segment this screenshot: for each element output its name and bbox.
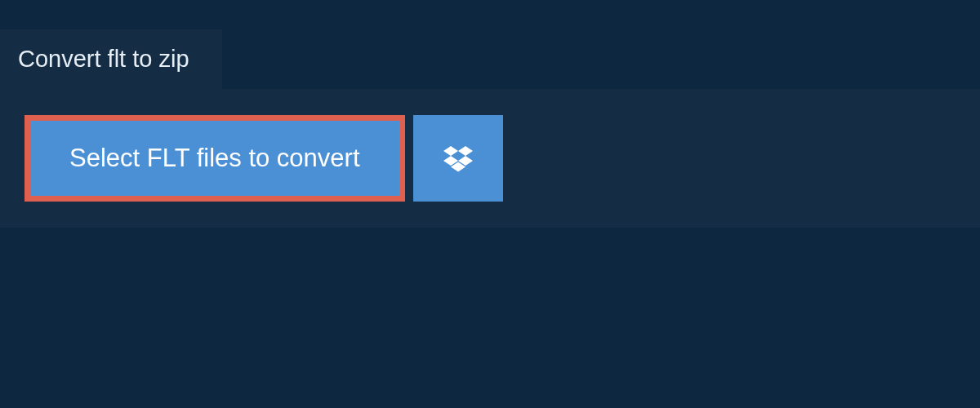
dropbox-button[interactable] <box>413 115 503 202</box>
button-row: Select FLT files to convert <box>24 115 956 202</box>
conversion-panel: Select FLT files to convert <box>0 89 980 228</box>
select-files-label: Select FLT files to convert <box>69 144 360 173</box>
tab-label: Convert flt to zip <box>18 46 189 72</box>
tab-convert[interactable]: Convert flt to zip <box>0 29 222 89</box>
select-files-button[interactable]: Select FLT files to convert <box>24 115 405 202</box>
dropbox-icon <box>443 144 473 173</box>
